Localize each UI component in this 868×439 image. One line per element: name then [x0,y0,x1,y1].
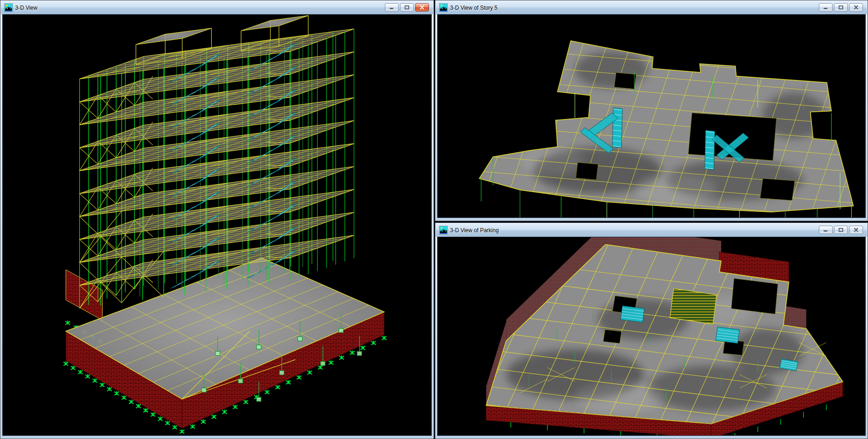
close-icon [853,228,859,232]
close-button[interactable] [849,226,863,234]
titlebar[interactable]: 3-D View [1,1,433,14]
minimize-icon [823,5,829,10]
maximize-button[interactable] [834,226,848,234]
window-3d-view: 3-D View [0,0,434,439]
viewport-parking[interactable] [437,237,866,436]
close-button[interactable] [849,3,863,11]
minimize-icon [389,5,395,10]
story5-3d-model [438,15,865,217]
minimize-button[interactable] [819,226,833,234]
close-icon [853,5,859,10]
window-3d-view-story5: 3-D View of Story 5 [435,0,868,221]
viewport-3d-view[interactable] [2,14,432,436]
maximize-icon [838,228,844,232]
maximize-button[interactable] [834,3,848,11]
model-view-icon [5,4,12,11]
model-view-icon [440,226,447,234]
window-controls [819,226,863,234]
viewport-story5[interactable] [437,14,866,218]
maximize-icon [404,5,410,10]
maximize-button[interactable] [400,3,414,11]
model-view-icon [440,4,447,11]
window-3d-view-parking: 3-D View of Parking [435,222,868,439]
window-controls [819,3,863,11]
window-title: 3-D View of Parking [450,227,499,234]
maximize-icon [838,5,844,10]
titlebar[interactable]: 3-D View of Story 5 [436,1,867,14]
titlebar[interactable]: 3-D View of Parking [436,223,867,237]
minimize-button[interactable] [819,3,833,11]
window-title: 3-D View of Story 5 [450,5,497,11]
close-icon [419,5,425,10]
window-title: 3-D View [15,5,37,11]
window-controls [385,3,429,11]
building-3d-model [3,15,431,435]
minimize-button[interactable] [385,3,399,11]
minimize-icon [823,228,829,232]
parking-3d-model [438,237,865,435]
close-button[interactable] [415,3,429,11]
